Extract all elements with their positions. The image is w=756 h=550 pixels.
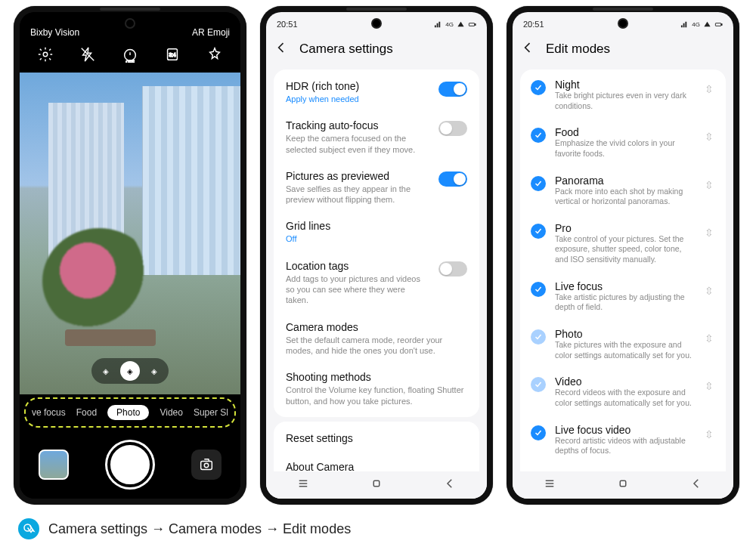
mode-super-slow-mo[interactable]: Super Slow-moCapture the action in your …: [520, 464, 726, 471]
mode-video[interactable]: VideoRecord videos with the exposure and…: [520, 368, 726, 416]
mode-pro[interactable]: ProTake control of your pictures. Set th…: [520, 215, 726, 273]
caption: Camera settings → Camera modes → Edit mo…: [18, 518, 351, 539]
setting-title: HDR (rich tone): [286, 80, 429, 92]
nav-back-icon[interactable]: [689, 477, 703, 493]
setting-reset-settings[interactable]: Reset settings: [274, 425, 479, 453]
aspect-ratio-icon[interactable]: 3:4: [164, 46, 181, 66]
svg-text:3:4: 3:4: [169, 52, 176, 57]
checkmark-icon[interactable]: [531, 425, 546, 440]
setting-about-camera[interactable]: About Camera: [274, 453, 479, 471]
setting-subtitle: Add tags to your pictures and videos so …: [286, 273, 429, 306]
mode-title: Pro: [555, 222, 696, 234]
settings-gear-icon[interactable]: [37, 46, 54, 66]
camera-mode-strip[interactable]: ve focus Food Photo Video Super Sl: [24, 397, 236, 428]
mode-video[interactable]: Video: [160, 407, 182, 418]
camera-viewfinder[interactable]: ◈ ◈ ◈: [20, 73, 240, 394]
switch-camera-button[interactable]: [191, 450, 222, 480]
reorder-handle-icon[interactable]: ⇳: [705, 179, 715, 191]
mode-food[interactable]: Food: [76, 407, 97, 418]
setting-shooting-methods[interactable]: Shooting methodsControl the Volume key f…: [274, 363, 479, 414]
mode-live-focus[interactable]: ve focus: [32, 407, 66, 418]
mode-photo[interactable]: Photo: [107, 405, 149, 420]
checkmark-icon[interactable]: [531, 282, 546, 297]
toggle[interactable]: [438, 171, 467, 187]
nav-recents-icon[interactable]: [543, 477, 556, 493]
mode-super-slowmo[interactable]: Super Sl: [194, 407, 228, 418]
mode-subtitle: Take bright pictures even in very dark c…: [555, 91, 696, 111]
setting-location-tags[interactable]: Location tagsAdd tags to your pictures a…: [274, 252, 479, 314]
mode-subtitle: Record videos with the exposure and colo…: [555, 388, 696, 408]
toggle[interactable]: [438, 121, 467, 136]
nav-recents-icon[interactable]: [296, 477, 310, 493]
reorder-handle-icon[interactable]: ⇳: [705, 332, 715, 345]
reorder-handle-icon[interactable]: ⇳: [705, 428, 715, 440]
back-icon[interactable]: [520, 40, 535, 59]
punch-hole: [125, 18, 135, 29]
nav-home-icon[interactable]: [616, 477, 630, 493]
mode-live-focus-video[interactable]: Live focus videoRecord artistic videos w…: [520, 416, 726, 464]
setting-pictures-as-previewed[interactable]: Pictures as previewedSave selfies as the…: [274, 162, 479, 213]
setting-subtitle: Off: [286, 233, 467, 244]
reorder-handle-icon[interactable]: ⇳: [705, 83, 715, 95]
checkmark-icon[interactable]: [531, 329, 546, 345]
setting-subtitle: Keep the camera focused on the selected …: [286, 133, 429, 155]
reorder-handle-icon[interactable]: ⇳: [705, 227, 715, 239]
status-icons: 4G: [434, 20, 476, 29]
mode-panorama[interactable]: PanoramaPack more into each shot by maki…: [520, 167, 726, 215]
checkmark-icon[interactable]: [531, 128, 546, 143]
phone-camera: Bixby Vision AR Emoji OFF 3:4 ◈ ◈ ◈ ve f…: [14, 6, 246, 505]
setting-hdr-rich-tone-[interactable]: HDR (rich tone)Apply when needed: [274, 73, 479, 112]
nav-home-icon[interactable]: [370, 477, 383, 493]
checkmark-icon[interactable]: [531, 224, 546, 239]
setting-subtitle: Apply when needed: [286, 94, 429, 104]
checkmark-icon[interactable]: [531, 80, 546, 95]
setting-title: Shooting methods: [286, 371, 467, 383]
timer-off-icon[interactable]: OFF: [122, 46, 138, 66]
setting-subtitle: Set the default camera mode, reorder you…: [286, 335, 467, 357]
zoom-tele-icon[interactable]: ◈: [144, 361, 164, 381]
phone-edit-modes: 20:51 4G Edit modes NightTake bright pic…: [507, 6, 739, 505]
checkmark-icon[interactable]: [531, 377, 546, 392]
zoom-selector[interactable]: ◈ ◈ ◈: [91, 358, 169, 384]
svg-rect-19: [620, 480, 626, 487]
mode-live-focus[interactable]: Live focusTake artistic pictures by adju…: [520, 273, 726, 320]
toggle[interactable]: [438, 82, 467, 97]
shutter-button[interactable]: [107, 442, 153, 487]
status-time: 20:51: [523, 20, 544, 29]
zoom-1x-icon[interactable]: ◈: [120, 361, 140, 381]
reorder-handle-icon[interactable]: ⇳: [705, 131, 715, 143]
ar-emoji-link[interactable]: AR Emoji: [192, 27, 230, 38]
setting-title: About Camera: [286, 461, 354, 471]
bixby-vision-link[interactable]: Bixby Vision: [30, 27, 79, 38]
mode-title: Live focus video: [555, 424, 696, 436]
mode-food[interactable]: FoodEmphasize the vivid colors in your f…: [520, 119, 726, 166]
checkmark-icon[interactable]: [531, 176, 546, 191]
mode-subtitle: Pack more into each shot by making verti…: [555, 187, 696, 207]
nav-back-icon[interactable]: [443, 477, 457, 493]
mode-subtitle: Take artistic pictures by adjusting the …: [555, 292, 696, 313]
filters-icon[interactable]: [206, 46, 223, 66]
svg-rect-6: [200, 461, 212, 469]
back-icon[interactable]: [274, 40, 289, 59]
reorder-handle-icon[interactable]: ⇳: [705, 380, 715, 392]
mode-night[interactable]: NightTake bright pictures even in very d…: [520, 71, 726, 119]
page-title: Edit modes: [546, 42, 610, 57]
mode-title: Food: [555, 126, 696, 138]
toggle[interactable]: [438, 261, 467, 277]
mode-subtitle: Emphasize the vivid colors in your favor…: [555, 138, 696, 159]
setting-title: Reset settings: [286, 432, 353, 444]
zoom-wide-icon[interactable]: ◈: [96, 361, 116, 381]
flash-off-icon[interactable]: [79, 46, 96, 66]
setting-tracking-auto-focus[interactable]: Tracking auto-focusKeep the camera focus…: [274, 112, 479, 162]
setting-grid-lines[interactable]: Grid linesOff: [274, 212, 479, 252]
svg-rect-9: [475, 23, 476, 25]
setting-camera-modes[interactable]: Camera modesSet the default camera mode,…: [274, 314, 479, 364]
punch-hole: [371, 18, 382, 29]
reorder-handle-icon[interactable]: ⇳: [705, 285, 715, 297]
gallery-thumbnail[interactable]: [39, 450, 69, 480]
mode-photo[interactable]: PhotoTake pictures with the exposure and…: [520, 320, 726, 368]
setting-subtitle: Save selfies as they appear in the previ…: [286, 184, 429, 205]
mode-title: Panorama: [555, 175, 696, 187]
svg-rect-13: [373, 480, 380, 487]
setting-title: Pictures as previewed: [286, 170, 429, 182]
